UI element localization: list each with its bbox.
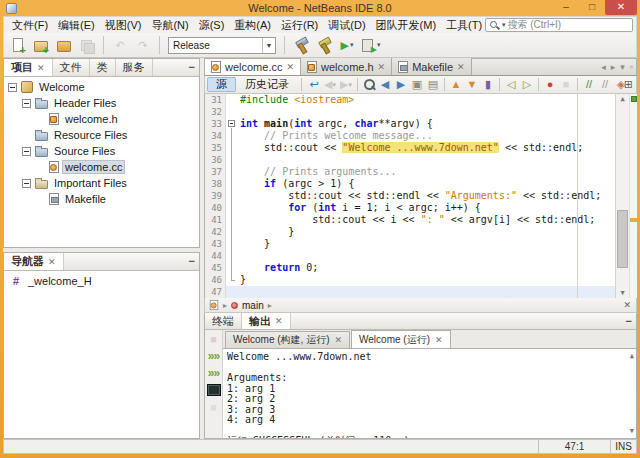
fold-margin[interactable] bbox=[226, 202, 237, 214]
jump-last-edit-button[interactable]: ↩ bbox=[306, 77, 322, 92]
fold-margin[interactable] bbox=[226, 178, 237, 190]
code-text[interactable]: std::cout << std::endl << "Arguments:" <… bbox=[237, 190, 615, 202]
code-text[interactable]: int main(int argc, char**argv) { bbox=[237, 118, 615, 130]
fold-margin[interactable] bbox=[226, 142, 237, 154]
editor-tab-Makefile[interactable]: Makefile✕ bbox=[392, 58, 472, 75]
expander-icon[interactable] bbox=[22, 99, 31, 108]
code-line-31[interactable]: 31#include <iostream> bbox=[205, 94, 615, 106]
build-terminal-button[interactable] bbox=[206, 383, 221, 397]
search-dropdown-icon[interactable]: ▾ bbox=[502, 21, 506, 29]
dropdown-caret-icon[interactable]: ▾ bbox=[348, 81, 352, 89]
line-number[interactable]: 35 bbox=[205, 142, 226, 154]
tab-files[interactable]: 文件 bbox=[53, 59, 90, 76]
code-line-36[interactable]: 36 bbox=[205, 154, 615, 166]
code-text[interactable] bbox=[237, 106, 615, 118]
tab-projects-close-icon[interactable]: ✕ bbox=[37, 63, 45, 73]
build-project-button[interactable] bbox=[290, 34, 312, 56]
code-line-40[interactable]: 40 for (int i = 1; i < argc; i++) { bbox=[205, 202, 615, 214]
tab-list-icon[interactable]: ▾ bbox=[620, 62, 625, 72]
output-scroll-down-icon[interactable]: ▼ bbox=[630, 426, 634, 437]
output-doc-tab-1[interactable]: Welcome (运行)✕ bbox=[351, 330, 450, 348]
find-selection-button[interactable] bbox=[361, 77, 377, 92]
tab-scroll-right-icon[interactable]: ▸ bbox=[611, 62, 616, 72]
fold-margin[interactable] bbox=[226, 262, 237, 274]
combo-dropdown-icon[interactable]: ▼ bbox=[262, 38, 275, 53]
tree-item-header-files[interactable]: Header Files bbox=[4, 95, 199, 111]
rerun-with-args-button[interactable]: »» bbox=[206, 366, 221, 380]
shift-line-left-button[interactable]: ◁ bbox=[503, 77, 519, 92]
clipboard-history-button[interactable]: ▤ bbox=[425, 77, 441, 92]
clean-build-project-button[interactable] bbox=[313, 34, 335, 56]
output-minimize-icon[interactable]: − bbox=[626, 315, 632, 327]
line-number[interactable]: 31 bbox=[205, 94, 226, 106]
breadcrumb-close-icon[interactable]: ✕ bbox=[623, 300, 631, 310]
previous-bookmark-button[interactable]: ▲ bbox=[448, 77, 464, 92]
tab-navigator[interactable]: 导航器 ✕ bbox=[4, 253, 64, 270]
maximize-button[interactable]: □ bbox=[579, 0, 605, 15]
expander-icon[interactable] bbox=[22, 147, 31, 156]
tree-item-resource-files[interactable]: Resource Files bbox=[4, 127, 199, 143]
code-line-46[interactable]: 46} bbox=[205, 274, 615, 286]
editor-scrollbar[interactable]: ▲ ▼ bbox=[615, 94, 629, 298]
next-occurrence-button[interactable]: ▶ bbox=[393, 77, 409, 92]
editor-tab-close-icon[interactable]: ✕ bbox=[457, 62, 465, 72]
line-number[interactable]: 45 bbox=[205, 262, 226, 274]
tab-classes[interactable]: 类 bbox=[90, 59, 116, 76]
navigator-item[interactable]: #_welcome_H bbox=[4, 273, 199, 289]
dropdown-caret-icon[interactable]: ▾ bbox=[332, 81, 336, 89]
no-errors-indicator[interactable] bbox=[631, 96, 637, 102]
code-line-47[interactable]: 47 bbox=[205, 286, 615, 298]
dropdown-caret-icon[interactable]: ▾ bbox=[377, 41, 381, 49]
code-text[interactable]: // Prints welcome message... bbox=[237, 130, 615, 142]
code-text[interactable]: #include <iostream> bbox=[237, 94, 615, 106]
line-number[interactable]: 44 bbox=[205, 250, 226, 262]
menu-view[interactable]: 视图(V) bbox=[100, 17, 147, 34]
uncomment-button[interactable]: // bbox=[597, 77, 613, 92]
projects-minimize-icon[interactable]: − bbox=[189, 61, 195, 73]
tree-item-welcome[interactable]: Welcome bbox=[4, 79, 199, 95]
code-text[interactable]: for (int i = 1; i < argc; i++) { bbox=[237, 202, 615, 214]
fold-margin[interactable] bbox=[226, 118, 237, 130]
fold-margin[interactable] bbox=[226, 166, 237, 178]
fold-margin[interactable] bbox=[226, 190, 237, 202]
code-line-45[interactable]: 45 return 0; bbox=[205, 262, 615, 274]
code-text[interactable]: return 0; bbox=[237, 262, 615, 274]
output-doc-tab-close-icon[interactable]: ✕ bbox=[435, 335, 443, 345]
line-number[interactable]: 39 bbox=[205, 190, 226, 202]
tree-item-welcome-cc[interactable]: welcome.cc bbox=[4, 159, 199, 175]
line-number[interactable]: 41 bbox=[205, 214, 226, 226]
run-project-button[interactable]: ▶▾ bbox=[336, 34, 358, 56]
expander-icon[interactable] bbox=[22, 179, 31, 188]
line-number[interactable]: 46 bbox=[205, 274, 226, 286]
output-tab-output[interactable]: 输出✕ bbox=[242, 313, 291, 329]
code-line-34[interactable]: 34 // Prints welcome message... bbox=[205, 130, 615, 142]
tab-scroll-left-icon[interactable]: ◂ bbox=[601, 62, 606, 72]
line-number[interactable]: 32 bbox=[205, 106, 226, 118]
previous-occurrence-button[interactable]: ◀ bbox=[377, 77, 393, 92]
next-bookmark-button[interactable]: ▼ bbox=[464, 77, 480, 92]
close-button[interactable]: ✕ bbox=[605, 0, 637, 15]
split-editor-icon[interactable]: ⊞ bbox=[624, 78, 633, 91]
line-number[interactable]: 40 bbox=[205, 202, 226, 214]
breadcrumb-method[interactable]: main bbox=[242, 300, 264, 311]
rerun-button[interactable]: »» bbox=[206, 349, 221, 363]
toggle-breakpoint-button[interactable]: ● bbox=[542, 77, 558, 92]
code-editor[interactable]: 31#include <iostream>3233int main(int ar… bbox=[204, 94, 637, 298]
dropdown-caret-icon[interactable]: ▾ bbox=[350, 41, 354, 49]
menu-edit[interactable]: 编辑(E) bbox=[53, 17, 100, 34]
fold-margin[interactable] bbox=[226, 226, 237, 238]
editor-tab-welcome-cc[interactable]: welcome.cc✕ bbox=[205, 58, 301, 75]
tree-item-important-files[interactable]: Important Files bbox=[4, 175, 199, 191]
shift-line-right-button[interactable]: ▷ bbox=[519, 77, 535, 92]
code-line-42[interactable]: 42 } bbox=[205, 226, 615, 238]
editor-maximize-icon[interactable]: ▫ bbox=[630, 62, 633, 72]
code-text[interactable]: std::cout << "Welcome ...www.7down.net" … bbox=[237, 142, 615, 154]
new-project-button[interactable] bbox=[30, 34, 52, 56]
fold-margin[interactable] bbox=[226, 154, 237, 166]
fold-margin[interactable] bbox=[226, 130, 237, 142]
line-number[interactable]: 38 bbox=[205, 178, 226, 190]
toggle-highlight-button[interactable]: ▣ bbox=[409, 77, 425, 92]
output-doc-tab-0[interactable]: Welcome (构建, 运行)✕ bbox=[225, 331, 350, 348]
code-text[interactable]: std::cout << i << ": " << argv[i] << std… bbox=[237, 214, 615, 226]
line-number[interactable]: 43 bbox=[205, 238, 226, 250]
